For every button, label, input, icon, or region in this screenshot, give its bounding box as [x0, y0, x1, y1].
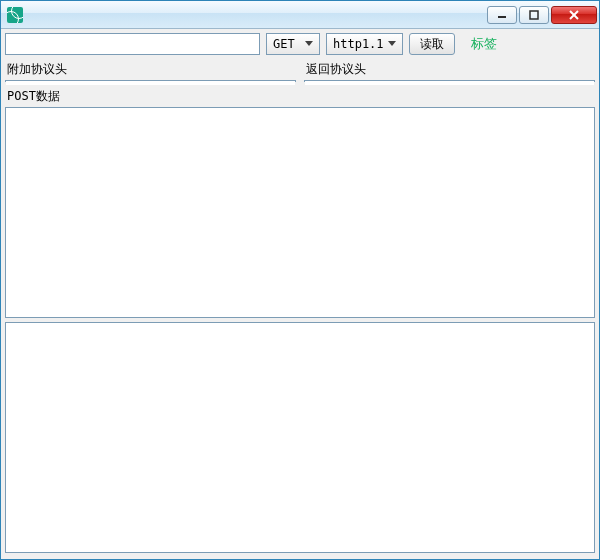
http-version-select-value: http1.1: [333, 37, 384, 51]
method-select-value: GET: [273, 37, 301, 51]
request-headers-wrap: [5, 80, 296, 82]
response-headers-wrap: [304, 80, 595, 82]
response-headers-column: 返回协议头: [304, 59, 595, 82]
request-headers-input[interactable]: [6, 81, 295, 85]
app-icon: [7, 7, 23, 23]
toolbar: GET http1.1 读取 标签: [5, 33, 595, 55]
response-body-wrap: [5, 322, 595, 554]
tag-label: 标签: [461, 35, 497, 53]
titlebar: [1, 1, 599, 29]
svg-marker-4: [305, 41, 313, 46]
minimize-button[interactable]: [487, 6, 517, 24]
chevron-down-icon: [301, 41, 317, 47]
minimize-icon: [497, 10, 507, 20]
window-controls: [487, 6, 597, 24]
post-data-section: POST数据: [5, 86, 595, 318]
response-headers-output[interactable]: [305, 81, 594, 85]
close-button[interactable]: [551, 6, 597, 24]
response-headers-label: 返回协议头: [304, 59, 595, 80]
svg-marker-5: [388, 41, 396, 46]
headers-row: 附加协议头 返回协议头: [5, 59, 595, 82]
url-input[interactable]: [5, 33, 260, 55]
post-data-label: POST数据: [5, 86, 595, 107]
response-body-section: [5, 322, 595, 554]
client-area: GET http1.1 读取 标签 附加协议头: [1, 29, 599, 559]
request-headers-label: 附加协议头: [5, 59, 296, 80]
maximize-button[interactable]: [519, 6, 549, 24]
app-window: GET http1.1 读取 标签 附加协议头: [0, 0, 600, 560]
fetch-button[interactable]: 读取: [409, 33, 455, 55]
response-body-output[interactable]: [6, 323, 594, 553]
svg-rect-1: [530, 11, 538, 19]
maximize-icon: [529, 10, 539, 20]
close-icon: [568, 10, 580, 20]
post-data-input[interactable]: [6, 108, 594, 317]
http-version-select[interactable]: http1.1: [326, 33, 403, 55]
chevron-down-icon: [384, 41, 400, 47]
request-headers-column: 附加协议头: [5, 59, 296, 82]
method-select[interactable]: GET: [266, 33, 320, 55]
post-data-wrap: [5, 107, 595, 318]
